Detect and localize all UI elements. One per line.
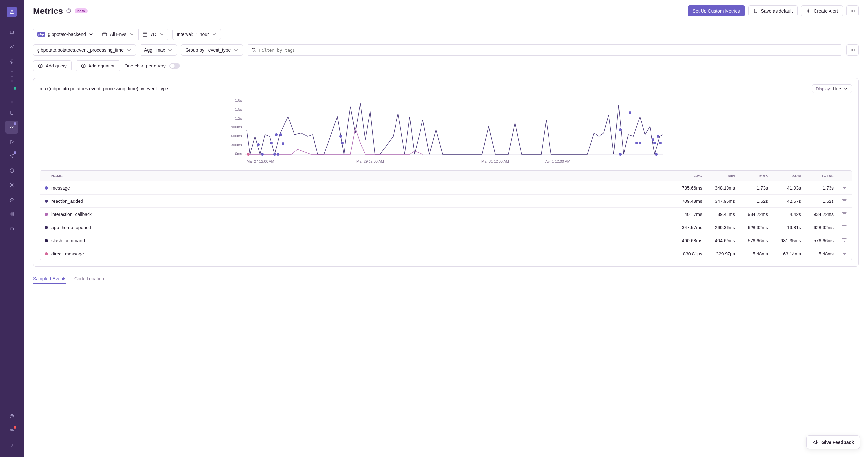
chart-title: max(gibpotato.potatoes.event_processing_…: [40, 86, 168, 91]
query-actions-button[interactable]: [846, 45, 859, 56]
save-default-button[interactable]: Save as default: [748, 5, 798, 17]
svg-point-49: [653, 142, 656, 144]
row-filter-button[interactable]: [834, 198, 847, 204]
nav-stats[interactable]: [5, 222, 19, 235]
ellipsis-icon: [850, 48, 855, 53]
interval-selector[interactable]: Interval:1 hour: [173, 29, 221, 40]
nav-broadcast[interactable]: [5, 424, 19, 437]
x-axis: Mar 27 12:00 AM Mar 29 12:00 AM Mar 31 1…: [247, 159, 570, 163]
sentry-logo[interactable]: [7, 7, 17, 17]
cell-sum: 42.57s: [768, 199, 801, 204]
svg-text:1.8s: 1.8s: [235, 98, 242, 103]
metric-selector[interactable]: gibpotato.potatoes.event_processing_time: [33, 45, 136, 56]
create-alert-button[interactable]: Create Alert: [801, 5, 843, 17]
series-table: NAME AVG MIN MAX SUM TOTAL message 735.6…: [40, 170, 852, 260]
svg-point-37: [275, 133, 278, 136]
nav-alerts[interactable]: [5, 178, 19, 192]
tab-sampled-events[interactable]: Sampled Events: [33, 276, 66, 284]
env-selector[interactable]: All Envs: [98, 29, 139, 39]
cell-max: 1.73s: [735, 185, 768, 191]
nav-releases[interactable]: [5, 193, 19, 206]
svg-point-44: [619, 153, 622, 156]
svg-rect-8: [12, 215, 14, 216]
add-equation-button[interactable]: Add equation: [76, 60, 121, 72]
cell-total: 576.66ms: [801, 238, 834, 243]
svg-point-34: [261, 153, 264, 156]
chevron-down-icon: [167, 48, 173, 53]
table-row: slash_command 490.68ms 404.69ms 576.66ms…: [40, 234, 851, 247]
svg-point-42: [341, 142, 343, 144]
row-filter-button[interactable]: [834, 211, 847, 217]
megaphone-icon: [813, 439, 818, 445]
metrics-chart[interactable]: 1.8s 1.5s 1.2s 900ms 600ms 300ms 0ms: [40, 97, 852, 169]
cell-avg: 709.43ms: [669, 199, 702, 204]
nav-help[interactable]: [5, 409, 19, 423]
nav-profiling[interactable]: [5, 106, 19, 119]
svg-point-41: [339, 135, 342, 138]
nav-projects[interactable]: [5, 26, 19, 39]
svg-point-33: [257, 143, 259, 146]
tag-filter-input[interactable]: [247, 45, 842, 56]
svg-point-50: [655, 153, 658, 156]
svg-point-51: [657, 135, 659, 138]
series-name: app_home_opened: [51, 225, 91, 230]
svg-point-14: [850, 10, 851, 11]
chevron-down-icon: [129, 32, 134, 37]
window-icon: [102, 32, 107, 37]
cell-max: 1.62s: [735, 199, 768, 204]
cell-avg: 830.81µs: [669, 251, 702, 256]
setup-custom-metrics-button[interactable]: Set Up Custom Metrics: [688, 5, 745, 17]
table-row: app_home_opened 347.57ms 269.36ms 628.92…: [40, 221, 851, 234]
nav-dashboards[interactable]: [5, 207, 19, 221]
nav-item-a[interactable]: [5, 85, 19, 98]
page-header: Metrics beta Set Up Custom Metrics Save …: [24, 0, 868, 22]
groupby-selector[interactable]: Group by:event_type: [181, 45, 243, 56]
series-color-dot: [45, 213, 48, 216]
svg-point-4: [11, 184, 12, 186]
cell-min: 329.97µs: [702, 251, 735, 256]
nav-replays[interactable]: [5, 135, 19, 148]
plus-circle-icon: [81, 63, 86, 68]
row-filter-button[interactable]: [834, 185, 847, 191]
series-color-dot: [45, 226, 48, 229]
display-selector[interactable]: Display:Line: [812, 84, 852, 93]
nav-issues[interactable]: [5, 40, 19, 53]
add-query-button[interactable]: Add query: [33, 60, 72, 72]
more-actions-button[interactable]: [846, 5, 859, 17]
svg-text:Mar 31 12:00 AM: Mar 31 12:00 AM: [482, 159, 509, 163]
svg-text:300ms: 300ms: [231, 143, 242, 147]
cell-sum: 19.81s: [768, 225, 801, 230]
series-color-dot: [45, 200, 48, 203]
cell-min: 39.41ms: [702, 212, 735, 217]
nav-metrics[interactable]: [5, 120, 19, 134]
cell-sum: 41.93s: [768, 185, 801, 191]
nav-activity[interactable]: [5, 164, 19, 177]
nav-performance[interactable]: [5, 55, 19, 68]
row-filter-button[interactable]: [834, 237, 847, 244]
svg-point-15: [852, 10, 853, 11]
svg-point-22: [854, 50, 855, 50]
svg-point-48: [652, 138, 654, 141]
nav-collapse[interactable]: [5, 438, 19, 452]
svg-text:Mar 27 12:00 AM: Mar 27 12:00 AM: [247, 159, 274, 163]
row-filter-button[interactable]: [834, 224, 847, 230]
one-chart-toggle[interactable]: [169, 63, 180, 69]
cell-total: 1.62s: [801, 199, 834, 204]
range-selector[interactable]: 7D: [138, 29, 168, 39]
tab-code-location[interactable]: Code Location: [74, 276, 104, 284]
row-filter-button[interactable]: [834, 251, 847, 257]
svg-point-45: [629, 111, 631, 114]
search-icon: [251, 48, 256, 53]
svg-text:600ms: 600ms: [231, 134, 242, 138]
cell-avg: 401.7ms: [669, 212, 702, 217]
chevron-down-icon: [126, 48, 132, 53]
siren-icon: [806, 8, 811, 13]
cell-total: 934.22ms: [801, 212, 834, 217]
agg-selector[interactable]: Agg:max: [140, 45, 177, 56]
nav-crons[interactable]: [5, 149, 19, 163]
help-icon[interactable]: [66, 8, 71, 14]
chart-card: max(gibpotato.potatoes.event_processing_…: [33, 78, 859, 267]
svg-point-21: [852, 50, 853, 50]
project-selector[interactable]: phpgibpotato-backend: [33, 29, 98, 39]
give-feedback-button[interactable]: Give Feedback: [806, 435, 860, 449]
